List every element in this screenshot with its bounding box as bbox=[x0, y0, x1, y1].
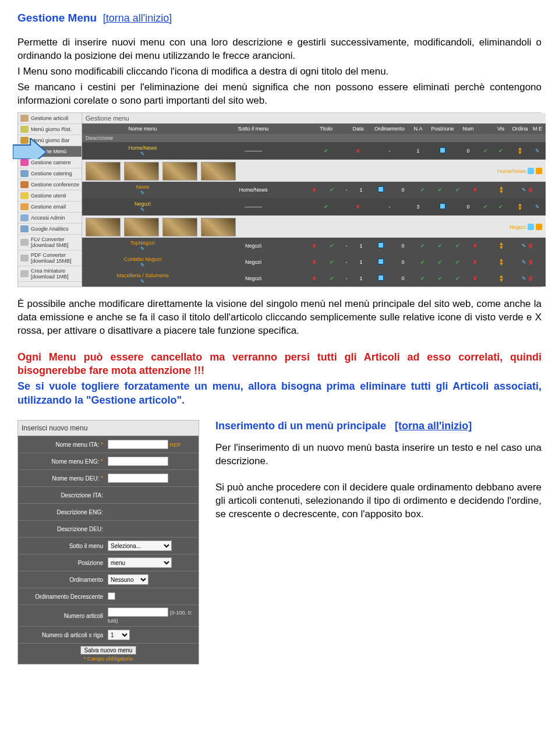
edit-icon[interactable]: ✎ bbox=[535, 204, 540, 210]
check-icon[interactable]: ✔ bbox=[438, 275, 443, 281]
trash-icon[interactable]: 🗑 bbox=[528, 187, 533, 193]
x-icon[interactable]: ✘ bbox=[312, 259, 317, 265]
edit-icon[interactable]: ✎ bbox=[140, 246, 145, 252]
panel-title: Gestione menu bbox=[82, 113, 546, 123]
text-field[interactable] bbox=[108, 440, 168, 449]
check-icon[interactable]: ✔ bbox=[455, 275, 460, 281]
reorder-arrows[interactable]: ▲▼ bbox=[484, 186, 519, 194]
col-ordinamento: Ordinamento bbox=[370, 126, 409, 132]
sidebar-item-1[interactable]: Menù giorno Rist. bbox=[18, 124, 82, 135]
field-hint: REP bbox=[168, 442, 181, 448]
check-icon[interactable]: ✔ bbox=[324, 204, 328, 210]
form-row: Descrizione ENG: bbox=[18, 503, 199, 520]
check-icon[interactable]: ✔ bbox=[420, 187, 425, 193]
check-icon[interactable]: ✔ bbox=[330, 259, 334, 265]
check-icon[interactable]: ✔ bbox=[420, 243, 425, 249]
x-icon[interactable]: ✘ bbox=[473, 259, 477, 265]
x-icon[interactable]: ✘ bbox=[473, 275, 477, 281]
edit-small-icon[interactable] bbox=[528, 224, 534, 230]
select-field[interactable]: 1 bbox=[108, 630, 130, 640]
save-button[interactable]: Salva nuovo menu bbox=[80, 646, 137, 655]
check-icon[interactable]: ✔ bbox=[330, 187, 334, 193]
position-icon[interactable] bbox=[378, 242, 384, 248]
edit-icon[interactable]: ✎ bbox=[522, 275, 526, 281]
x-icon[interactable]: ✘ bbox=[356, 148, 360, 154]
x-icon[interactable]: ✘ bbox=[473, 187, 477, 193]
edit-icon[interactable]: ✎ bbox=[140, 190, 145, 196]
position-icon[interactable] bbox=[378, 275, 384, 281]
position-icon[interactable] bbox=[440, 147, 445, 153]
check-icon[interactable]: ✔ bbox=[483, 204, 488, 210]
text-field[interactable] bbox=[108, 457, 168, 466]
submenu-name: TopNegozi✎ bbox=[84, 240, 201, 252]
sidebar-item-11[interactable]: FLV Converter[download 5MB] bbox=[18, 235, 82, 250]
edit-icon[interactable]: ✎ bbox=[140, 262, 145, 268]
dash: - bbox=[341, 187, 352, 193]
position-icon[interactable] bbox=[378, 259, 384, 264]
edit-icon[interactable]: ✎ bbox=[522, 187, 526, 193]
x-icon[interactable]: ✘ bbox=[473, 243, 477, 249]
select-field[interactable]: menu bbox=[108, 557, 172, 568]
check-icon[interactable]: ✔ bbox=[455, 259, 460, 265]
select-field[interactable]: Nessuno bbox=[108, 574, 148, 585]
position-icon[interactable] bbox=[378, 186, 384, 192]
check-icon[interactable]: ✔ bbox=[438, 259, 443, 265]
check-icon[interactable]: ✔ bbox=[420, 275, 425, 281]
reorder-arrows[interactable]: ▲▼ bbox=[508, 147, 532, 155]
select-field[interactable]: Seleziona... bbox=[108, 540, 172, 551]
x-icon[interactable]: ✘ bbox=[312, 275, 317, 281]
x-icon[interactable]: ✘ bbox=[312, 243, 317, 249]
sidebar-item-0[interactable]: Gestione articoli bbox=[18, 113, 82, 124]
check-icon[interactable]: ✔ bbox=[438, 187, 443, 193]
edit-icon[interactable]: ✎ bbox=[535, 148, 540, 154]
checkbox[interactable] bbox=[108, 592, 115, 600]
check-icon[interactable]: ✔ bbox=[330, 275, 334, 281]
form-label: Descrizione ITA: bbox=[22, 492, 108, 499]
edit-icon[interactable]: ✎ bbox=[140, 207, 145, 213]
check-icon[interactable]: ✔ bbox=[498, 204, 503, 210]
text-field[interactable] bbox=[108, 474, 168, 483]
sidebar-item-12[interactable]: PDF Converter[download 15MB] bbox=[18, 250, 82, 266]
sidebar-item-13[interactable]: Crea miniature[download 1MB] bbox=[18, 266, 82, 282]
edit-icon[interactable]: ✎ bbox=[140, 278, 145, 284]
sidebar-item-9[interactable]: Accessi Admin bbox=[18, 213, 82, 224]
trash-icon[interactable]: 🗑 bbox=[528, 275, 533, 281]
check-icon[interactable]: ✔ bbox=[483, 148, 488, 154]
check-icon[interactable]: ✔ bbox=[324, 148, 328, 154]
insert-paragraph-1: Per l'inserimento di un nuovo menù basta… bbox=[215, 441, 542, 468]
sidebar-item-5[interactable]: Gestione catering bbox=[18, 168, 82, 179]
sidebar-item-7[interactable]: Gestione utenti bbox=[18, 190, 82, 202]
reorder-arrows[interactable]: ▲▼ bbox=[484, 274, 519, 282]
insert-heading: Inserimento di un menù principale [torna… bbox=[215, 420, 542, 432]
arrow-small-icon[interactable] bbox=[536, 224, 542, 230]
form-row: Nome menu DEU: * bbox=[18, 469, 199, 486]
check-icon[interactable]: ✔ bbox=[438, 243, 443, 249]
reorder-arrows[interactable]: ▲▼ bbox=[484, 258, 519, 266]
sidebar-item-10[interactable]: Google Analitics bbox=[18, 224, 82, 235]
edit-icon[interactable]: ✎ bbox=[140, 151, 145, 157]
sidebar-icon bbox=[20, 126, 29, 133]
check-icon[interactable]: ✔ bbox=[330, 243, 334, 249]
check-icon[interactable]: ✔ bbox=[498, 148, 503, 154]
edit-small-icon[interactable] bbox=[528, 168, 534, 174]
reorder-arrows[interactable]: ▲▼ bbox=[484, 242, 519, 250]
x-icon[interactable]: ✘ bbox=[312, 187, 317, 193]
sidebar-item-8[interactable]: Gestione email bbox=[18, 202, 82, 213]
edit-icon[interactable]: ✎ bbox=[522, 259, 526, 265]
text-field[interactable] bbox=[108, 607, 168, 617]
reorder-arrows[interactable]: ▲▼ bbox=[508, 203, 532, 211]
insert-back-link[interactable]: [torna all'inizio] bbox=[395, 420, 472, 432]
trash-icon[interactable]: 🗑 bbox=[528, 243, 533, 249]
check-icon[interactable]: ✔ bbox=[420, 259, 425, 265]
back-to-top-link[interactable]: [torna all'inizio] bbox=[103, 12, 172, 24]
check-icon[interactable]: ✔ bbox=[455, 243, 460, 249]
arrow-small-icon[interactable] bbox=[536, 168, 542, 174]
sidebar-item-6[interactable]: Gestione conferenze bbox=[18, 179, 82, 190]
trash-icon[interactable]: 🗑 bbox=[528, 259, 533, 265]
under-dashes: ---------- bbox=[201, 148, 306, 154]
thumbnail bbox=[124, 162, 159, 181]
edit-icon[interactable]: ✎ bbox=[522, 243, 526, 249]
position-icon[interactable] bbox=[440, 203, 445, 209]
x-icon[interactable]: ✘ bbox=[356, 204, 360, 210]
check-icon[interactable]: ✔ bbox=[455, 187, 460, 193]
